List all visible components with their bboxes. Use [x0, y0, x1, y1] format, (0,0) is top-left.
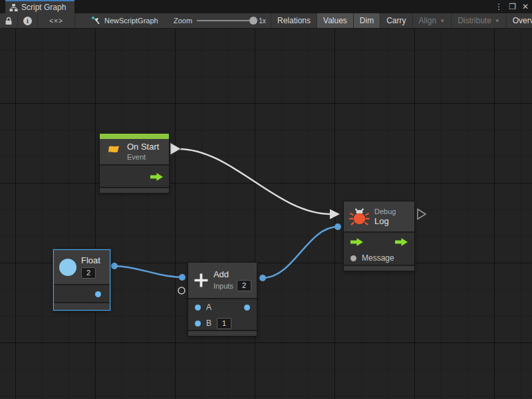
- overview-label: Overview: [513, 16, 532, 25]
- node-ports: [54, 284, 110, 302]
- value-wire-float-to-add[interactable]: [114, 266, 182, 277]
- flow-row: [344, 234, 414, 250]
- zoom-value: 1x: [259, 17, 266, 25]
- flow-output-port[interactable]: [395, 238, 408, 246]
- lock-icon: [5, 17, 13, 25]
- code-icon: <×>: [49, 17, 63, 25]
- distribute-dropdown[interactable]: Distribute▼: [452, 13, 507, 28]
- menu-icon[interactable]: ⋮: [495, 0, 503, 13]
- relations-label: Relations: [277, 16, 311, 25]
- align-label: Align: [419, 16, 437, 25]
- lock-button[interactable]: [0, 13, 18, 28]
- zoom-label: Zoom: [174, 17, 192, 25]
- graph-name: NewScriptGraph: [104, 17, 158, 25]
- carry-label: Carry: [386, 16, 406, 25]
- flow-output-port[interactable]: [150, 173, 163, 181]
- wire-endpoint-dot[interactable]: [259, 275, 266, 281]
- flow-wire-start-arrow-icon[interactable]: [170, 143, 181, 156]
- chevron-down-icon: ▼: [495, 18, 500, 24]
- chevron-down-icon: ▼: [440, 18, 445, 24]
- flag-icon: [105, 144, 122, 160]
- float-value-field[interactable]: 2: [81, 267, 96, 279]
- info-button[interactable]: i: [18, 13, 38, 28]
- script-graph-window: Script Graph ⋮ ❐ ✕ i <×> NewScr: [0, 0, 532, 399]
- bug-icon: [349, 206, 370, 227]
- close-icon[interactable]: ✕: [522, 0, 529, 13]
- zoom-slider-handle[interactable]: [249, 17, 257, 25]
- flow-input-port[interactable]: [350, 238, 363, 246]
- inputs-label: Inputs: [213, 281, 233, 291]
- node-ports: Message: [344, 231, 414, 265]
- wire-endpoint-dot[interactable]: [179, 274, 186, 281]
- message-row: Message: [344, 250, 414, 266]
- unconnected-port-circle[interactable]: [178, 287, 185, 294]
- node-title: Log: [374, 216, 396, 227]
- tab-script-graph[interactable]: Script Graph: [5, 0, 74, 13]
- dim-button[interactable]: Dim: [354, 13, 380, 28]
- float-type-icon: [59, 259, 76, 276]
- maximize-icon[interactable]: ❐: [509, 0, 516, 13]
- graph-name-group[interactable]: NewScriptGraph: [75, 13, 174, 28]
- align-dropdown[interactable]: Align▼: [413, 13, 452, 28]
- values-label: Values: [323, 16, 347, 25]
- port-row-b: B 1: [188, 315, 257, 331]
- node-title: Float: [81, 255, 100, 266]
- info-icon: i: [23, 17, 32, 25]
- node-float[interactable]: Float 2: [53, 249, 110, 311]
- graph-hierarchy-icon: [9, 3, 18, 12]
- unconnected-flow-triangle[interactable]: [418, 209, 426, 219]
- node-header[interactable]: Debug Log: [344, 201, 414, 231]
- overview-button[interactable]: Overview: [507, 13, 532, 28]
- flow-wire-end-arrow-icon[interactable]: [330, 209, 340, 219]
- value-output-port[interactable]: [95, 291, 101, 297]
- inputs-count-field[interactable]: 2: [237, 280, 251, 291]
- message-input-port[interactable]: [350, 255, 356, 261]
- port-row-a: A: [188, 299, 257, 315]
- node-surtitle: Debug: [374, 207, 396, 216]
- wire-endpoint-dot[interactable]: [111, 263, 118, 269]
- node-ports: A B 1: [188, 298, 257, 330]
- node-add[interactable]: Add Inputs 2 A B 1: [188, 263, 257, 336]
- relations-button[interactable]: Relations: [271, 13, 317, 28]
- port-b-label: B: [206, 319, 211, 328]
- port-a-label: A: [206, 303, 211, 312]
- input-port-b[interactable]: [195, 321, 201, 327]
- graph-pointer-icon: [91, 16, 100, 25]
- zoom-slider[interactable]: [197, 20, 254, 21]
- node-debug-log[interactable]: Debug Log Message: [344, 201, 414, 271]
- graph-toolbar: i <×> NewScriptGraph Zoom 1x Relations V…: [0, 13, 532, 29]
- node-on-start[interactable]: On Start Event: [100, 134, 169, 193]
- node-header[interactable]: On Start Event: [100, 139, 169, 164]
- carry-button[interactable]: Carry: [380, 13, 412, 28]
- title-bar: Script Graph ⋮ ❐ ✕: [0, 0, 532, 13]
- distribute-label: Distribute: [458, 16, 491, 25]
- node-subtitle: Event: [127, 152, 159, 162]
- node-footer: [54, 302, 110, 310]
- event-accent-bar: [100, 134, 169, 139]
- flow-wire-onstart-to-log[interactable]: [178, 149, 331, 214]
- wires-layer: [0, 29, 532, 399]
- value-wire-add-to-log[interactable]: [263, 227, 338, 278]
- code-view-button[interactable]: <×>: [38, 13, 75, 28]
- zoom-control: Zoom 1x: [174, 13, 271, 28]
- node-title: On Start: [127, 142, 159, 152]
- input-port-a[interactable]: [195, 305, 201, 311]
- plus-icon: [194, 271, 209, 290]
- window-controls: ⋮ ❐ ✕: [495, 0, 529, 13]
- message-label: Message: [362, 253, 394, 263]
- node-footer: [100, 187, 169, 193]
- sum-output-port[interactable]: [244, 305, 250, 311]
- dim-label: Dim: [360, 16, 374, 25]
- node-title: Add: [213, 269, 251, 280]
- wire-endpoint-dot[interactable]: [334, 223, 341, 230]
- node-ports: [100, 164, 169, 187]
- values-button[interactable]: Values: [317, 13, 354, 28]
- graph-canvas[interactable]: On Start Event Float 2: [0, 29, 532, 399]
- tab-title: Script Graph: [21, 3, 66, 12]
- node-header[interactable]: Float 2: [54, 250, 110, 284]
- node-header[interactable]: Add Inputs 2: [188, 263, 257, 298]
- port-b-value-field[interactable]: 1: [217, 318, 231, 329]
- toolbar-buttons: Relations Values Dim Carry Align▼ Distri…: [271, 13, 532, 28]
